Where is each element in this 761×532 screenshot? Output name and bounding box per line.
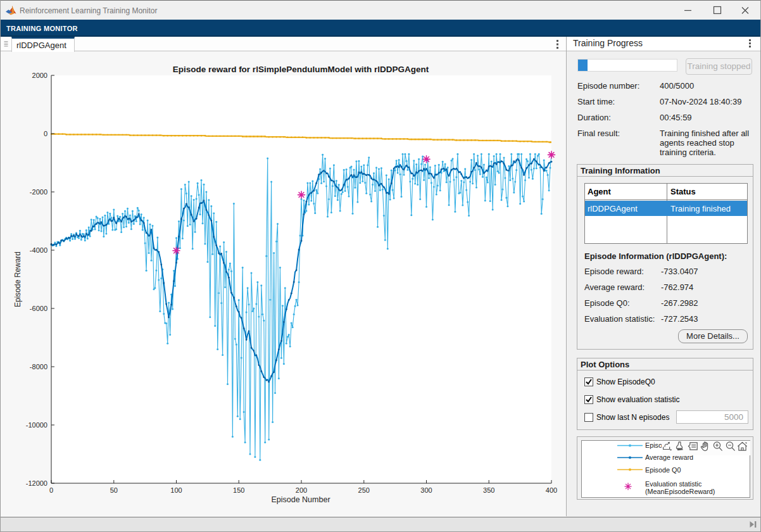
svg-text:300: 300: [420, 486, 432, 494]
svg-text:-8000: -8000: [30, 363, 47, 370]
svg-text:50: 50: [110, 486, 118, 494]
svg-text:400: 400: [546, 486, 557, 494]
svg-text:Episode Reward: Episode Reward: [13, 251, 22, 307]
svg-text:0: 0: [44, 130, 47, 137]
svg-text:150: 150: [233, 486, 244, 494]
svg-text:Episode reward for rlSimplePen: Episode reward for rlSimplePendulumModel…: [173, 65, 429, 74]
svg-text:2000: 2000: [32, 72, 47, 79]
svg-text:250: 250: [358, 486, 370, 494]
svg-text:-10000: -10000: [26, 421, 47, 429]
svg-text:-2000: -2000: [30, 188, 47, 196]
svg-text:-4000: -4000: [30, 246, 47, 254]
svg-text:0: 0: [49, 486, 53, 494]
svg-text:-6000: -6000: [30, 305, 47, 312]
svg-text:100: 100: [170, 486, 182, 494]
svg-text:200: 200: [296, 486, 307, 494]
svg-text:350: 350: [483, 486, 494, 494]
svg-text:-12000: -12000: [26, 479, 47, 487]
svg-text:Episode Number: Episode Number: [271, 495, 330, 504]
